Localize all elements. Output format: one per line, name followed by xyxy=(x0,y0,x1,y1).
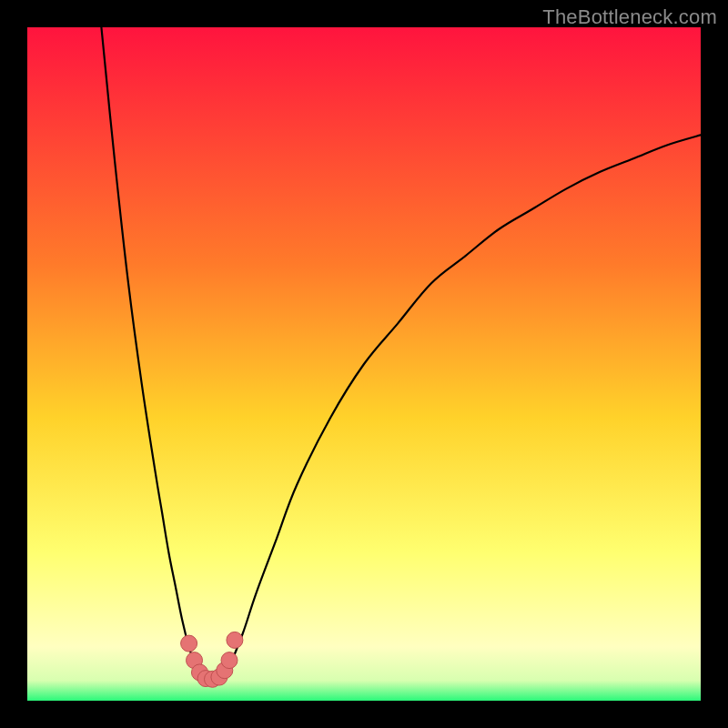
chart-container: TheBottleneck.com xyxy=(0,0,728,728)
highlight-marker xyxy=(181,635,197,652)
highlight-marker xyxy=(227,632,243,648)
watermark-text: TheBottleneck.com xyxy=(542,5,717,29)
plot-area xyxy=(27,27,701,701)
highlight-marker xyxy=(221,652,238,669)
chart-svg xyxy=(27,27,701,701)
